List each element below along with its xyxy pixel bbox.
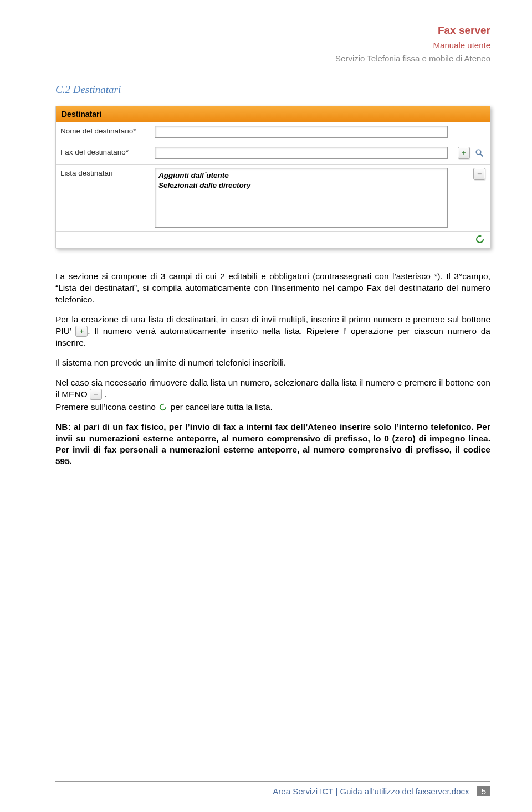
- para-4: Nel caso sia necessario rimuovere dalla …: [55, 377, 490, 400]
- minus-icon: −: [90, 389, 102, 400]
- label-fax-destinatario: Fax del destinatario*: [60, 147, 155, 156]
- plus-icon[interactable]: +: [458, 147, 470, 159]
- destinatari-panel: Destinatari Nome del destinatario* Fax d…: [55, 106, 490, 249]
- header-subtitle: Manuale utente: [55, 39, 490, 52]
- para-1: La sezione si compone di 3 campi di cui …: [55, 271, 490, 306]
- minus-icon[interactable]: −: [473, 168, 485, 180]
- row-fax-destinatario: Fax del destinatario* +: [56, 143, 490, 165]
- svg-marker-3: [163, 403, 165, 405]
- fax-destinatario-input[interactable]: [155, 147, 448, 159]
- para-2: Per la creazione di una lista di destina…: [55, 314, 490, 349]
- row-nome-destinatario: Nome del destinatario*: [56, 122, 490, 143]
- svg-marker-2: [480, 235, 482, 237]
- para-5: Premere sull’icona cestino per cancellar…: [55, 402, 490, 413]
- footer-rule: [55, 781, 490, 782]
- header-rule: [55, 71, 490, 71]
- label-lista-destinatari: Lista destinatari: [60, 168, 155, 177]
- page-footer: Area Servizi ICT | Guida all'utilizzo de…: [55, 781, 490, 796]
- refresh-icon[interactable]: [474, 234, 485, 245]
- nome-destinatario-input[interactable]: [155, 126, 448, 138]
- para-6: NB: al pari di un fax fisico, per l’invi…: [55, 422, 490, 468]
- section-title: C.2 Destinatari: [55, 84, 490, 96]
- input-wrap: [155, 147, 448, 159]
- svg-line-1: [480, 154, 483, 156]
- plus-icon: +: [75, 326, 88, 337]
- search-icon[interactable]: [473, 147, 485, 159]
- page-number: 5: [477, 786, 490, 796]
- footer-text: Area Servizi ICT | Guida all'utilizzo de…: [55, 786, 490, 796]
- panel-footer: [56, 232, 490, 248]
- body-text: La sezione si compone di 3 campi di cui …: [55, 271, 490, 467]
- page-header: Fax server Manuale utente Servizio Telef…: [55, 22, 490, 65]
- header-title: Fax server: [55, 22, 490, 39]
- input-wrap: [155, 126, 448, 138]
- para-3: Il sistema non prevede un limite di nume…: [55, 357, 490, 369]
- header-service: Servizio Telefonia fissa e mobile di Ate…: [55, 52, 490, 65]
- lista-destinatari-box[interactable]: Aggiunti dall´utente Selezionati dalle d…: [155, 168, 448, 228]
- label-nome-destinatario: Nome del destinatario*: [60, 126, 155, 135]
- row-lista-destinatari: Lista destinatari Aggiunti dall´utente S…: [56, 165, 490, 232]
- refresh-icon: [158, 402, 168, 413]
- panel-title: Destinatari: [56, 106, 490, 122]
